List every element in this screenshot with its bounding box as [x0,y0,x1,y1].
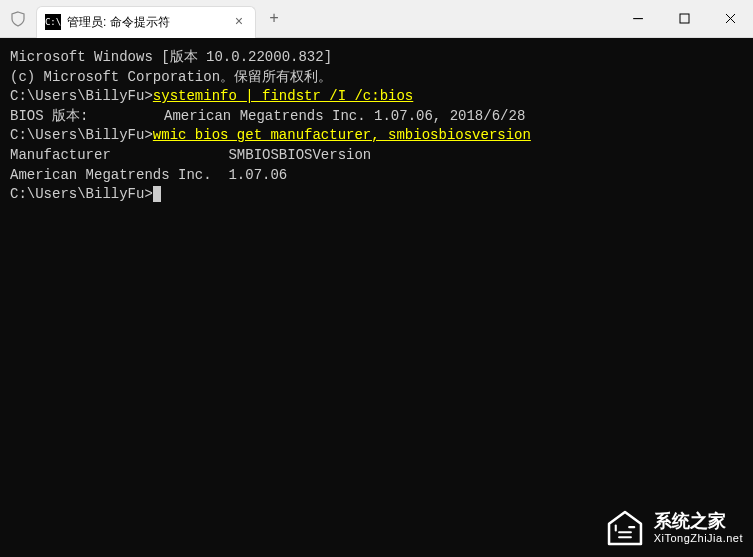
watermark-logo-icon [604,507,646,549]
watermark: 系统之家 XiTongZhiJia.net [604,507,743,549]
tab-command-prompt[interactable]: C:\ 管理员: 命令提示符 × [36,6,256,38]
prompt-line: C:\Users\BillyFu>systeminfo | findstr /I… [10,87,743,107]
prompt-line: C:\Users\BillyFu>wmic bios get manufactu… [10,126,743,146]
close-button[interactable] [707,0,753,38]
output-line: (c) Microsoft Corporation。保留所有权利。 [10,68,743,88]
watermark-title: 系统之家 [654,512,743,532]
output-line: Manufacturer SMBIOSBIOSVersion [10,146,743,166]
watermark-url: XiTongZhiJia.net [654,532,743,544]
prompt-line: C:\Users\BillyFu> [10,185,743,205]
cmd-icon: C:\ [45,14,61,30]
tab-title: 管理员: 命令提示符 [67,14,225,31]
titlebar: C:\ 管理员: 命令提示符 × + — [0,0,753,38]
svg-rect-0 [680,14,689,23]
prompt-prefix: C:\Users\BillyFu> [10,186,153,202]
command-text: wmic bios get manufacturer, smbiosbiosve… [153,127,531,143]
prompt-prefix: C:\Users\BillyFu> [10,88,153,104]
output-line: Microsoft Windows [版本 10.0.22000.832] [10,48,743,68]
output-line: BIOS 版本: American Megatrends Inc. 1.07.0… [10,107,743,127]
cursor [153,186,161,202]
output-line: American Megatrends Inc. 1.07.06 [10,166,743,186]
command-text: systeminfo | findstr /I /c:bios [153,88,413,104]
uac-shield-icon [0,11,36,27]
maximize-button[interactable] [661,0,707,38]
window-controls: — [615,0,753,38]
watermark-text: 系统之家 XiTongZhiJia.net [654,512,743,544]
tab-close-icon[interactable]: × [231,14,247,30]
prompt-prefix: C:\Users\BillyFu> [10,127,153,143]
terminal-output[interactable]: Microsoft Windows [版本 10.0.22000.832](c)… [0,38,753,557]
minimize-button[interactable]: — [615,0,661,38]
new-tab-button[interactable]: + [260,5,288,33]
terminal-window: C:\ 管理员: 命令提示符 × + — Microsoft Windows [… [0,0,753,557]
